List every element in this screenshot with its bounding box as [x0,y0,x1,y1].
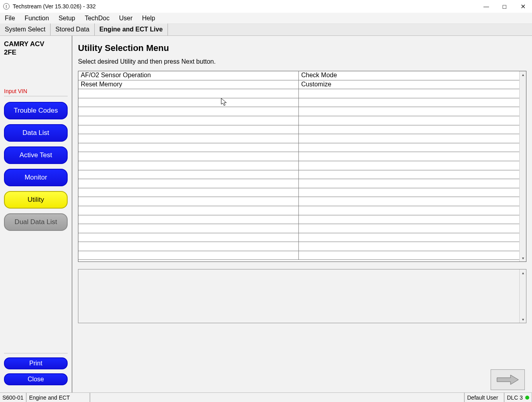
status-connection: DLC 3 [504,393,532,402]
utility-cell [299,161,519,170]
window-minimize-button[interactable]: — [477,0,495,13]
status-user: Default User [464,393,504,402]
menu-function[interactable]: Function [22,14,51,23]
utility-cell [299,116,519,125]
menubar: File Function Setup TechDoc User Help [0,13,532,24]
status-system: Engine and ECT [26,393,90,402]
utility-cell[interactable]: Customize [299,80,519,90]
utility-cell [78,188,299,197]
utility-cell [78,152,299,161]
utility-cell [78,134,299,143]
menu-file[interactable]: File [2,14,18,23]
tabstrip: System Select Stored Data Engine and ECT… [0,24,532,36]
utility-cell [299,179,519,188]
sidebar-btn-active-test[interactable]: Active Test [4,146,68,164]
menu-techdoc[interactable]: TechDoc [82,14,112,23]
utility-cell [299,89,519,98]
utility-cell [299,98,519,107]
main-content: Utility Selection Menu Select desired Ut… [72,36,532,392]
status-code: S600-01 [0,393,26,402]
utility-cell [299,107,519,116]
utility-cell [299,152,519,161]
tab-engine-ect-live[interactable]: Engine and ECT Live [95,23,168,35]
sidebar-btn-trouble-codes[interactable]: Trouble Codes [4,102,68,119]
sidebar-btn-data-list[interactable]: Data List [4,124,68,142]
sidebar-btn-dual-data-list[interactable]: Dual Data List [4,213,68,231]
utility-cell [78,116,299,125]
utility-cell [299,125,519,135]
window-close-button[interactable]: ✕ [514,0,532,13]
sidebar-btn-utility[interactable]: Utility [4,191,68,209]
sidebar-divider [4,353,68,353]
scroll-down-icon[interactable]: ▾ [520,316,526,323]
utility-cell [299,197,519,206]
utility-cell [78,98,299,107]
window-title: Techstream (Ver 15.30.026) - 332 [13,3,96,10]
utility-cell [78,251,299,260]
close-button[interactable]: Close [4,373,68,385]
status-connection-label: DLC 3 [507,394,523,401]
utility-cell [299,206,519,215]
window-titlebar: t Techstream (Ver 15.30.026) - 332 — ◻ ✕ [0,0,532,13]
utility-cell [78,233,299,242]
print-button[interactable]: Print [4,357,68,369]
app-icon: t [3,3,10,10]
scroll-up-icon[interactable]: ▴ [520,269,526,276]
status-spacer [90,393,464,402]
utility-cell [299,134,519,143]
utility-cell [78,206,299,215]
tab-stored-data[interactable]: Stored Data [51,23,94,35]
status-connection-dot-icon [525,396,529,400]
vehicle-label: CAMRY ACV 2FE [4,40,68,57]
utility-cell [78,215,299,224]
page-subtitle: Select desired Utility and then press Ne… [78,58,526,65]
vehicle-line2: 2FE [4,49,16,56]
utility-cell [299,215,519,224]
utility-cell[interactable]: Check Mode [299,71,519,80]
utility-cell [299,251,519,260]
statusbar: S600-01 Engine and ECT Default User DLC … [0,392,532,402]
utility-cell[interactable]: AF/O2 Sensor Operation [78,71,299,80]
utility-table-scrollbar[interactable]: ▴ ▾ [519,71,526,261]
utility-cell [299,224,519,233]
utility-cell [78,197,299,206]
utility-cell [78,224,299,233]
menu-help[interactable]: Help [140,14,158,23]
utility-table: AF/O2 Sensor OperationCheck ModeReset Me… [78,71,526,262]
menu-user[interactable]: User [117,14,135,23]
utility-cell [299,188,519,197]
utility-cell [299,233,519,242]
utility-cell [78,125,299,135]
utility-cell [299,170,519,180]
menu-setup[interactable]: Setup [56,14,78,23]
svg-marker-0 [497,375,518,384]
window-maximize-button[interactable]: ◻ [495,0,514,13]
description-scrollbar[interactable]: ▴ ▾ [519,269,526,323]
scroll-up-icon[interactable]: ▴ [520,71,526,78]
sidebar-btn-monitor[interactable]: Monitor [4,169,68,186]
utility-cell [299,242,519,251]
utility-cell [78,170,299,180]
utility-cell [78,242,299,251]
utility-cell [78,179,299,188]
sidebar: CAMRY ACV 2FE Input VIN Trouble Codes Da… [0,36,72,392]
utility-cell [78,161,299,170]
utility-cell [78,107,299,116]
utility-description-box: ▴ ▾ [78,269,526,323]
next-button[interactable] [491,369,525,390]
arrow-right-icon [495,374,520,385]
utility-cell [299,143,519,152]
utility-cell[interactable]: Reset Memory [78,80,299,90]
tab-system-select[interactable]: System Select [0,23,51,35]
utility-cell [78,143,299,152]
input-vin-link[interactable]: Input VIN [4,88,68,96]
page-heading: Utility Selection Menu [78,43,526,53]
utility-cell [78,89,299,98]
vehicle-line1: CAMRY ACV [4,40,44,48]
scroll-down-icon[interactable]: ▾ [520,255,526,261]
